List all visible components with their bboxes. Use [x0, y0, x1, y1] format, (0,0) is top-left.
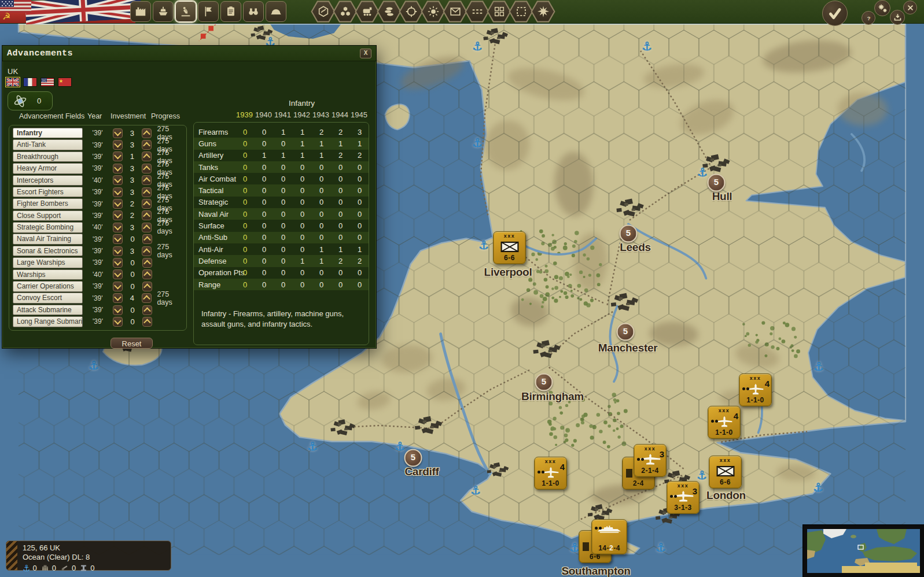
field-button[interactable]: Carrier Operations [13, 281, 83, 292]
mapmode-rail-button[interactable] [355, 0, 380, 23]
increase-investment-button[interactable] [142, 223, 152, 232]
tool-research-button[interactable] [175, 1, 196, 22]
frontlines-icon [471, 5, 484, 18]
field-button[interactable]: Strategic Bombing [13, 222, 83, 233]
stat-value: 1 [312, 245, 331, 254]
field-button[interactable]: Warships [13, 269, 83, 280]
mapmode-grid-button[interactable] [487, 0, 511, 23]
decrease-investment-button[interactable] [113, 128, 123, 138]
london-infantry-counter[interactable]: xxx6-6 [709, 456, 742, 489]
bomber-group-2-counter[interactable]: xxx33-1-3 [667, 481, 700, 514]
minimap[interactable] [803, 525, 924, 577]
decrease-investment-button[interactable] [113, 151, 123, 161]
london-fighter-counter[interactable]: xxx41-1-0 [708, 406, 741, 439]
increase-investment-button[interactable] [142, 128, 152, 138]
mapmode-terrain-button[interactable] [311, 0, 336, 23]
tool-intel-button[interactable] [243, 1, 264, 22]
increase-investment-button[interactable] [142, 293, 152, 303]
flag-tab-china[interactable] [58, 77, 72, 87]
mapmode-messages-button[interactable] [443, 0, 467, 23]
help-button[interactable]: ? [862, 11, 875, 25]
increase-investment-button[interactable] [142, 269, 152, 279]
mapmode-selection-button[interactable] [509, 0, 533, 23]
increase-investment-button[interactable] [142, 187, 152, 197]
increase-investment-button[interactable] [142, 140, 152, 150]
flag-tab-usa[interactable] [41, 77, 54, 87]
field-button[interactable]: Breakthrough [13, 151, 83, 162]
increase-investment-button[interactable] [142, 164, 152, 173]
field-button[interactable]: Anti-Tank [13, 139, 83, 150]
save-button[interactable] [890, 10, 905, 25]
field-button[interactable]: Large Warships [13, 257, 83, 268]
field-button[interactable]: Heavy Armor [13, 163, 83, 174]
field-button[interactable]: Close Support [13, 210, 83, 221]
field-button[interactable]: Fighter Bombers [13, 198, 83, 209]
decrease-investment-button[interactable] [113, 199, 123, 209]
coast-fighter-counter[interactable]: xxx41-1-0 [739, 373, 772, 406]
field-button[interactable]: Attack Submarine [13, 305, 83, 316]
dialog-titlebar[interactable]: Advancements X [2, 46, 376, 61]
field-button[interactable]: Convoy Escort [13, 293, 83, 304]
chevron-up-icon [143, 248, 151, 256]
tool-naval-button[interactable] [153, 1, 174, 22]
chevron-down-icon [114, 164, 122, 172]
field-button[interactable]: Sonar & Electronics [13, 246, 83, 257]
fighter-west-counter[interactable]: xxx41-1-0 [534, 457, 567, 490]
increase-investment-button[interactable] [142, 317, 152, 327]
flag-tab-uk[interactable] [6, 77, 20, 87]
decrease-investment-button[interactable] [113, 305, 123, 315]
field-button[interactable]: Naval Air Training [13, 234, 83, 245]
mapmode-strategic-button[interactable] [399, 0, 424, 23]
increase-investment-button[interactable] [142, 151, 152, 161]
bomber-group-1-counter[interactable]: xxx32-1-4 [634, 444, 667, 477]
decrease-investment-button[interactable] [113, 317, 123, 327]
tool-diplomacy-button[interactable] [198, 1, 219, 22]
flag-tab-france[interactable] [23, 77, 37, 87]
field-button[interactable]: Escort Fighters [13, 187, 83, 198]
decrease-investment-button[interactable] [113, 140, 123, 150]
decrease-investment-button[interactable] [113, 175, 123, 185]
units-icon [270, 5, 282, 18]
increase-investment-button[interactable] [142, 258, 152, 268]
field-button[interactable]: Infantry [13, 128, 83, 139]
field-button[interactable]: Interceptors [13, 175, 83, 186]
mapmode-resources-button[interactable] [333, 0, 358, 23]
mapmode-combat-button[interactable] [531, 0, 555, 23]
liverpool-infantry-counter[interactable]: xxx6-6 [493, 231, 526, 264]
increase-investment-button[interactable] [142, 210, 152, 220]
tool-units-button[interactable] [266, 1, 286, 22]
decrease-investment-button[interactable] [113, 258, 123, 268]
decrease-investment-button[interactable] [113, 210, 123, 220]
mapmode-frontlines-button[interactable] [465, 0, 489, 23]
settings-button[interactable] [874, 0, 890, 16]
decrease-investment-button[interactable] [113, 164, 123, 173]
increase-investment-button[interactable] [142, 246, 152, 256]
tool-reports-button[interactable] [220, 1, 241, 22]
reset-button[interactable]: Reset [111, 338, 153, 349]
stat-label: Air Combat [198, 175, 235, 183]
decrease-investment-button[interactable] [113, 293, 123, 303]
tool-production-button[interactable] [130, 1, 151, 22]
increase-investment-button[interactable] [142, 305, 152, 315]
decrease-investment-button[interactable] [113, 269, 123, 279]
decrease-investment-button[interactable] [113, 246, 123, 256]
mapmode-convoys-button[interactable] [377, 0, 402, 23]
dialog-close-button[interactable]: X [360, 49, 371, 58]
increase-investment-button[interactable] [142, 234, 152, 244]
decrease-investment-button[interactable] [113, 282, 123, 291]
decrease-investment-button[interactable] [113, 187, 123, 197]
stat-value: 0 [255, 175, 274, 183]
increase-investment-button[interactable] [142, 282, 152, 291]
atom-icon [12, 94, 29, 109]
research-points-button[interactable]: 0 [8, 91, 53, 110]
mapmode-weather-button[interactable] [421, 0, 446, 23]
southampton-naval-counter[interactable]: 14-2-4 [591, 519, 627, 554]
decrease-investment-button[interactable] [113, 223, 123, 232]
close-button[interactable] [903, 1, 917, 14]
field-button[interactable]: Long Range Submarine [13, 316, 83, 327]
increase-investment-button[interactable] [142, 175, 152, 185]
confirm-button[interactable] [822, 1, 848, 26]
decrease-investment-button[interactable] [113, 234, 123, 244]
unit-strength: 6-6 [720, 479, 731, 486]
increase-investment-button[interactable] [142, 199, 152, 209]
